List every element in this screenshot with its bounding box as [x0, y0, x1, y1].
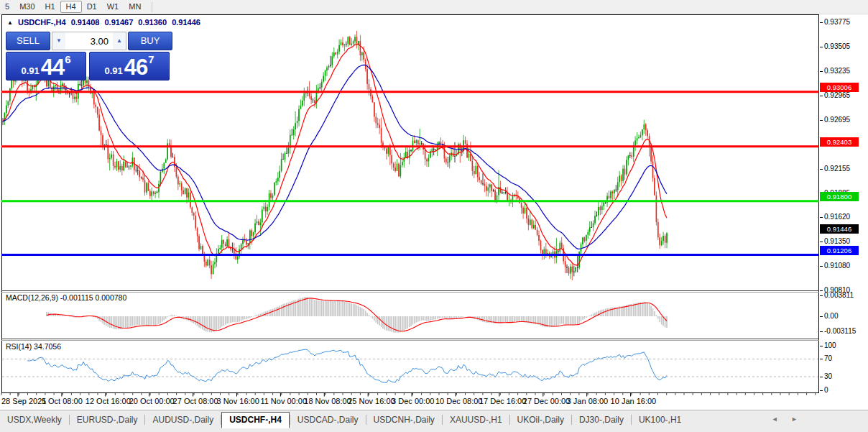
macd-label: MACD(12,26,9) -0.001115 0.000780	[6, 293, 126, 302]
level-price-badge: 0.91800	[820, 192, 859, 201]
macd-axis-zero: 0.00	[824, 312, 838, 320]
price-tick-label: 0.92155	[824, 165, 850, 173]
buy-price-display[interactable]: 0.91 46 7	[89, 52, 170, 81]
rsi-axis-0: 0	[824, 386, 828, 394]
volume-increase-button[interactable]: ▲	[113, 32, 126, 50]
quote-close: 0.91446	[172, 18, 200, 27]
quote-symbol: USDCHF-,H4	[18, 18, 66, 27]
sell-price-big: 44	[41, 56, 64, 78]
quote-high: 0.91467	[105, 18, 134, 27]
buy-price-big: 46	[124, 56, 147, 78]
price-tick-label: 0.93775	[824, 18, 850, 26]
buy-button[interactable]: BUY	[128, 32, 172, 50]
price-tick-label: 0.92965	[824, 91, 850, 99]
quote-header: ▲ USDCHF-,H4 0.91408 0.91467 0.91360 0.9…	[7, 18, 203, 27]
sell-price-display[interactable]: 0.91 44 6	[6, 52, 86, 81]
price-tick-label: 0.92695	[824, 116, 850, 124]
price-axis: 0.937750.935050.932350.929650.926950.921…	[819, 14, 868, 407]
sell-price-pip: 6	[65, 54, 70, 65]
quote-low: 0.91360	[138, 18, 167, 27]
volume-decrease-button[interactable]: ▼	[52, 32, 65, 50]
current-price-badge: 0.91446	[820, 224, 859, 234]
mt4-window: 5M30H1H4D1W1MN ▲ USDCHF-,H4 0.91408 0.91…	[0, 0, 868, 432]
buy-price-pip: 7	[148, 54, 154, 65]
level-price-badge: 0.91206	[820, 246, 859, 255]
rsi-axis-100: 100	[824, 341, 836, 349]
macd-axis-max: 0.003811	[824, 291, 854, 299]
rsi-label: RSI(14) 34.7056	[6, 342, 61, 351]
rsi-axis-30: 30	[824, 372, 832, 380]
level-price-badge: 0.92403	[820, 137, 859, 147]
price-tick-label: 0.91350	[824, 237, 850, 245]
volume-input[interactable]	[65, 32, 113, 50]
one-click-trading-panel: SELL ▼ ▲ BUY 0.91 44 6 0.91 46 7	[6, 32, 172, 81]
level-price-badge: 0.93006	[820, 83, 859, 92]
price-tick-label: 0.93235	[824, 67, 850, 75]
collapse-triangle-icon[interactable]: ▲	[7, 19, 13, 26]
price-tick-label: 0.93505	[824, 42, 850, 50]
rsi-axis-70: 70	[824, 354, 832, 362]
volume-spinner: ▼ ▲	[52, 32, 126, 50]
quote-open: 0.91408	[71, 18, 100, 27]
price-tick-label: 0.91620	[824, 213, 850, 221]
macd-axis-min: -0.003115	[824, 327, 856, 335]
sell-price-prefix: 0.91	[21, 64, 39, 78]
price-tick-label: 0.91080	[824, 262, 850, 270]
buy-price-prefix: 0.91	[104, 64, 122, 78]
sell-button[interactable]: SELL	[6, 32, 50, 50]
